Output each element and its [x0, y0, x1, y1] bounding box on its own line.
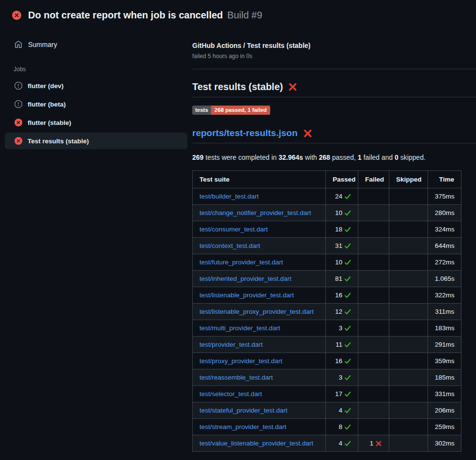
sidebar-job-item[interactable]: flutter (stable): [5, 114, 187, 131]
test-suite-link[interactable]: test/future_provider_test.dart: [200, 259, 283, 266]
table-row: test/multi_provider_test.dart3183ms: [193, 320, 461, 337]
skipped-cell: [389, 205, 428, 221]
check-icon: [344, 243, 351, 249]
test-suite-cell: test/consumer_test.dart: [193, 221, 326, 238]
skipped-cell: [389, 304, 428, 320]
passed-cell: 17: [326, 386, 358, 402]
section-heading: Test results (stable): [192, 81, 476, 97]
cross-icon: [375, 440, 382, 447]
test-suite-cell: test/stateful_provider_test.dart: [193, 402, 326, 419]
check-icon: [344, 325, 351, 332]
time-cell: 1.065s: [428, 271, 461, 287]
time-cell: 272ms: [428, 254, 461, 271]
badge-label: tests: [192, 106, 211, 115]
test-suite-cell: test/proxy_provider_test.dart: [193, 353, 326, 369]
summary-segment: failed and: [362, 153, 395, 161]
summary-segment: skipped.: [399, 153, 426, 161]
passed-cell: 4: [326, 435, 358, 452]
time-cell: 322ms: [428, 287, 461, 304]
jobs-section-label: Jobs: [14, 66, 192, 73]
skipped-cell: [389, 435, 428, 452]
skipped-cell: [389, 320, 428, 337]
sidebar-item-summary[interactable]: Summary: [0, 38, 192, 51]
col-header-skipped: Skipped: [389, 171, 428, 188]
test-suite-link[interactable]: test/listenable_proxy_provider_test.dart: [200, 308, 314, 315]
test-suite-link[interactable]: test/inherited_provider_test.dart: [200, 275, 292, 282]
failed-cell: [358, 320, 389, 337]
test-suite-link[interactable]: test/stream_provider_test.dart: [200, 423, 286, 430]
table-row: test/provider_test.dart11291ms: [193, 337, 461, 353]
job-label: flutter (beta): [28, 101, 66, 108]
time-cell: 331ms: [428, 386, 461, 402]
col-header-time: Time: [428, 171, 461, 188]
test-suite-link[interactable]: test/context_test.dart: [200, 242, 260, 249]
summary-label: Summary: [28, 41, 57, 48]
check-icon: [344, 226, 351, 233]
col-header-passed: Passed: [326, 171, 358, 188]
passed-cell: 81: [326, 271, 358, 287]
time-cell: 302ms: [428, 435, 461, 452]
test-suite-link[interactable]: test/multi_provider_test.dart: [200, 324, 280, 332]
red-cross-icon: [288, 82, 297, 92]
breadcrumb: GitHub Actions / Test results (stable): [192, 42, 476, 49]
table-row: test/builder_test.dart24375ms: [193, 188, 461, 205]
sidebar-job-item[interactable]: flutter (dev): [5, 77, 187, 94]
test-suite-link[interactable]: test/selector_test.dart: [200, 390, 262, 398]
test-suite-link[interactable]: test/consumer_test.dart: [200, 226, 268, 233]
table-header-row: Test suite Passed Failed Skipped Time: [193, 171, 461, 188]
skipped-cell: [389, 271, 428, 287]
test-suite-cell: test/change_notifier_provider_test.dart: [193, 205, 326, 221]
passed-cell: 12: [326, 304, 358, 320]
sidebar-job-item[interactable]: flutter (beta): [5, 96, 187, 112]
passed-cell: 4: [326, 402, 358, 419]
test-suite-link[interactable]: test/listenable_provider_test.dart: [200, 291, 294, 299]
summary-segment: 32.964s: [278, 153, 303, 161]
test-suite-cell: test/listenable_proxy_provider_test.dart: [193, 304, 326, 320]
test-suite-cell: test/selector_test.dart: [193, 386, 326, 402]
time-cell: 311ms: [428, 304, 461, 320]
time-cell: 359ms: [428, 353, 461, 369]
col-header-test-suite: Test suite: [193, 171, 326, 188]
failed-cell: [358, 369, 389, 386]
check-icon: [344, 193, 351, 200]
check-icon: [344, 440, 351, 447]
skipped-cell: [389, 353, 428, 369]
summary-segment: 1: [358, 153, 362, 161]
failed-x-circle-icon: [15, 119, 22, 126]
table-row: test/listenable_provider_test.dart16322m…: [193, 287, 461, 304]
table-row: test/proxy_provider_test.dart16359ms: [193, 353, 461, 369]
test-suite-link[interactable]: test/stateful_provider_test.dart: [200, 407, 288, 414]
failed-cell: [358, 221, 389, 238]
test-suite-link[interactable]: test/value_listenable_provider_test.dart: [200, 440, 313, 447]
test-suite-link[interactable]: test/reassemble_test.dart: [200, 374, 273, 381]
test-suite-link[interactable]: test/builder_test.dart: [200, 193, 259, 200]
summary-segment: tests were completed in: [203, 153, 278, 161]
section-title: Test results (stable): [192, 81, 283, 92]
cancelled-stop-icon: [15, 82, 22, 90]
test-suite-cell: test/context_test.dart: [193, 238, 326, 254]
time-cell: 183ms: [428, 320, 461, 337]
passed-cell: 10: [326, 254, 358, 271]
time-cell: 185ms: [428, 369, 461, 386]
failed-cell: [358, 271, 389, 287]
table-row: test/value_listenable_provider_test.dart…: [193, 435, 461, 452]
test-suite-link[interactable]: test/proxy_provider_test.dart: [200, 357, 282, 365]
test-suite-link[interactable]: test/change_notifier_provider_test.dart: [200, 209, 311, 216]
cancelled-stop-icon: [15, 100, 22, 108]
sidebar-job-item[interactable]: Test results (stable): [5, 133, 187, 149]
check-icon: [344, 341, 351, 348]
check-icon: [344, 358, 351, 365]
test-suite-cell: test/builder_test.dart: [193, 188, 326, 205]
table-row: test/selector_test.dart17331ms: [193, 386, 461, 402]
test-suite-link[interactable]: test/provider_test.dart: [200, 341, 263, 348]
red-cross-icon: [303, 129, 312, 138]
failed-cell: [358, 419, 389, 435]
table-row: test/stateful_provider_test.dart4206ms: [193, 402, 461, 419]
check-icon: [344, 259, 351, 266]
failed-cell: [358, 337, 389, 353]
report-file-link[interactable]: reports/test-results.json: [192, 128, 298, 138]
jobs-list: flutter (dev)flutter (beta)flutter (stab…: [0, 77, 192, 149]
passed-cell: 18: [326, 221, 358, 238]
badge-value: 268 passed, 1 failed: [211, 106, 270, 115]
summary-sentence: 269 tests were completed in 32.964s with…: [192, 153, 476, 161]
